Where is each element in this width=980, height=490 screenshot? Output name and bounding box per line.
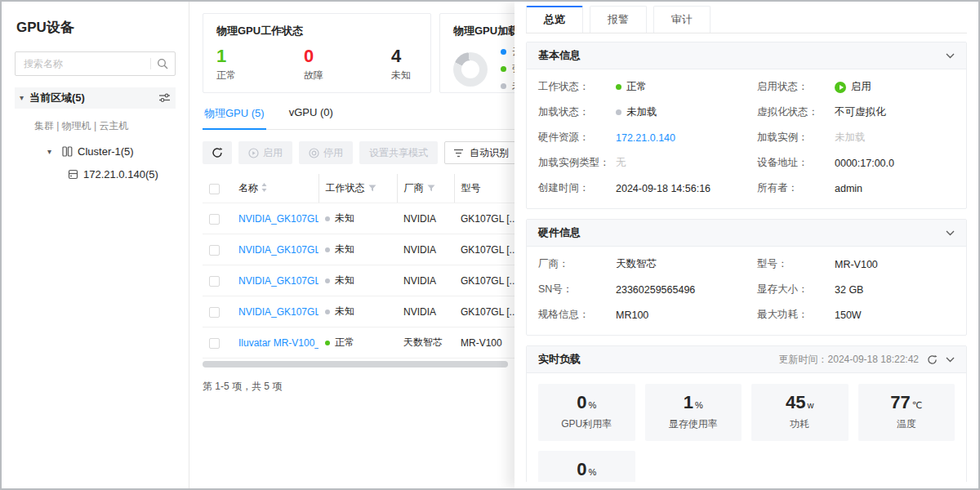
refresh-icon[interactable] <box>927 354 938 365</box>
legend-item: 云主机 <box>501 45 514 59</box>
row-checkbox[interactable] <box>209 245 220 256</box>
metric-cards: 0% GPU利用率 1% 显存使用率 45w 功耗 77℃ 温度 <box>527 373 966 482</box>
sliders-filter-icon[interactable] <box>158 92 171 104</box>
field-create-time: 创建时间： 2024-09-18 14:56:16 <box>538 176 736 201</box>
chevron-down-icon[interactable] <box>946 53 955 59</box>
hardware-info-header[interactable]: 硬件信息 <box>527 220 966 247</box>
chevron-down-icon[interactable] <box>946 357 955 363</box>
recognition-mode-dropdown[interactable]: 自动识别 <box>444 141 514 164</box>
gpu-name-link[interactable]: NVIDIA_GK107GL ... <box>238 213 318 225</box>
field-load-instance-type: 加载实例类型： 无 <box>538 150 736 176</box>
host-label: 172.21.0.140(5) <box>83 168 158 180</box>
status-badge: 未知 <box>325 243 390 256</box>
vendor-cell: NVIDIA <box>397 234 454 265</box>
model-cell: GK107GL [... <box>454 234 514 265</box>
field-load-instance: 加载实例： 未加载 <box>757 125 955 150</box>
row-checkbox[interactable] <box>209 276 220 287</box>
gpu-name-link[interactable]: NVIDIA_GK107GL ... <box>238 244 318 256</box>
column-header-model[interactable]: 型号 <box>454 174 514 203</box>
table-row: NVIDIA_GK107GL ... 未知 NVIDIA GK107GL [..… <box>203 234 514 265</box>
sidebar: GPU设备 ▾ 当前区域(5) 集群 | 物理机 | 云主机 ▾ Cluster… <box>2 2 189 488</box>
status-badge: 未知 <box>325 212 390 225</box>
detail-panel: 总览 报警 审计 基本信息 工作状态： 正常 启用状态： 启用 <box>514 2 978 488</box>
caret-down-icon: ▾ <box>20 94 24 102</box>
field-hardware-resource: 硬件资源： 172.21.0.140 <box>538 125 736 150</box>
field-device-address: 设备地址： 0000:17:00.0 <box>757 150 955 176</box>
realtime-load-header[interactable]: 实时负载 更新时间：2024-09-18 18:22:42 <box>527 346 966 373</box>
tab-audit[interactable]: 审计 <box>653 6 710 33</box>
column-header-name[interactable]: 名称 <box>232 174 318 203</box>
metric-power: 45w 功耗 <box>751 384 849 441</box>
donut-legend: 云主机 弹性裸金 未加载 <box>501 45 514 93</box>
search-input[interactable] <box>22 57 147 70</box>
stat-normal: 1 正常 <box>216 47 236 82</box>
vendor-cell: NVIDIA <box>397 296 454 327</box>
model-cell: MR-V100 <box>454 327 514 359</box>
gpu-device-screen: GPU设备 ▾ 当前区域(5) 集群 | 物理机 | 云主机 ▾ Cluster… <box>0 0 980 490</box>
model-cell: GK107GL [... <box>454 296 514 327</box>
tab-physical-gpu[interactable]: 物理GPU (5) <box>203 106 266 130</box>
table-row: NVIDIA_GK107GL ... 未知 NVIDIA GK107GL [..… <box>203 265 514 296</box>
host-link[interactable]: 172.21.0.140 <box>616 132 675 144</box>
tab-alerts[interactable]: 报警 <box>590 6 647 33</box>
search-box <box>15 51 176 76</box>
field-spec-info: 规格信息： MR100 <box>538 302 736 327</box>
gpu-table: 名称 工作状态 厂商 型号 NVIDIA_GK107GL ... 未知 NVID… <box>203 174 514 359</box>
metric-vram-usage: 1% 显存使用率 <box>645 384 742 441</box>
legend-item: 未加载 <box>501 79 514 93</box>
gpu-name-link[interactable]: Iluvatar MR-V100_... <box>238 337 318 349</box>
chevron-down-icon[interactable] <box>946 230 955 236</box>
play-circle-icon <box>248 148 259 158</box>
update-time: 更新时间：2024-09-18 18:22:42 <box>779 353 919 367</box>
metric-gpu-util: 0% GPU利用率 <box>538 384 635 441</box>
gpu-name-link[interactable]: NVIDIA_GK107GL ... <box>238 275 318 287</box>
donut-chart <box>453 52 488 87</box>
sort-icon[interactable] <box>261 183 267 192</box>
field-max-power: 最大功耗： 150W <box>757 302 955 327</box>
status-badge: 未知 <box>325 305 390 318</box>
share-mode-button[interactable]: 设置共享模式 <box>359 141 438 164</box>
status-badge: 未知 <box>325 274 390 287</box>
tab-overview[interactable]: 总览 <box>526 6 583 33</box>
table-header-row: 名称 工作状态 厂商 型号 <box>203 174 514 203</box>
sidebar-item-host[interactable]: 172.21.0.140(5) <box>68 168 176 180</box>
stop-circle-icon <box>309 148 319 158</box>
search-icon[interactable] <box>157 58 168 69</box>
page-title: GPU设备 <box>16 18 176 37</box>
column-header-status[interactable]: 工作状态 <box>318 174 397 203</box>
table-row: NVIDIA_GK107GL ... 未知 NVIDIA GK107GL [..… <box>203 296 514 327</box>
model-cell: GK107GL [... <box>454 265 514 296</box>
tab-vgpu[interactable]: vGPU (0) <box>287 106 335 129</box>
metric-temperature: 77℃ 温度 <box>858 384 956 441</box>
field-model: 型号： MR-V100 <box>757 252 955 277</box>
row-checkbox[interactable] <box>209 338 220 349</box>
field-work-status: 工作状态： 正常 <box>538 74 736 100</box>
cluster-icon <box>62 146 73 157</box>
stat-unknown: 4 未知 <box>391 47 411 82</box>
tree-region-row[interactable]: ▾ 当前区域(5) <box>15 87 176 109</box>
row-checkbox[interactable] <box>209 307 220 318</box>
funnel-icon[interactable] <box>427 185 435 192</box>
basic-info-header[interactable]: 基本信息 <box>527 42 966 69</box>
basic-info-section: 基本信息 工作状态： 正常 启用状态： 启用 加载状态： 未加载 <box>526 42 967 209</box>
funnel-icon[interactable] <box>368 185 376 192</box>
select-all-checkbox[interactable] <box>209 184 220 194</box>
column-header-vendor[interactable]: 厂商 <box>397 174 454 203</box>
row-checkbox[interactable] <box>209 214 220 225</box>
enable-button[interactable]: 启用 <box>238 141 292 164</box>
status-badge: 正常 <box>325 336 390 350</box>
gpu-type-tabs: 物理GPU (5) vGPU (0) <box>203 106 514 130</box>
cluster-label: Cluster-1(5) <box>78 145 134 158</box>
hardware-info-section: 硬件信息 厂商： 天数智芯 型号： MR-V100 SN号： 233602595… <box>526 219 967 336</box>
tree-type-links[interactable]: 集群 | 物理机 | 云主机 <box>34 119 176 133</box>
pagination-summary: 第 1-5 项，共 5 项 <box>203 380 514 394</box>
vendor-cell: NVIDIA <box>397 265 454 296</box>
disable-button[interactable]: 停用 <box>299 141 353 164</box>
stat-fault: 0 故障 <box>304 47 323 82</box>
refresh-button[interactable] <box>203 141 232 164</box>
gpu-name-link[interactable]: NVIDIA_GK107GL ... <box>238 306 318 318</box>
sidebar-item-cluster[interactable]: ▾ Cluster-1(5) <box>47 145 176 158</box>
work-status-card-title: 物理GPU工作状态 <box>216 24 417 38</box>
horizontal-scrollbar[interactable] <box>203 361 508 368</box>
table-row: Iluvatar MR-V100_... 正常 天数智芯 MR-V100 <box>203 327 514 359</box>
